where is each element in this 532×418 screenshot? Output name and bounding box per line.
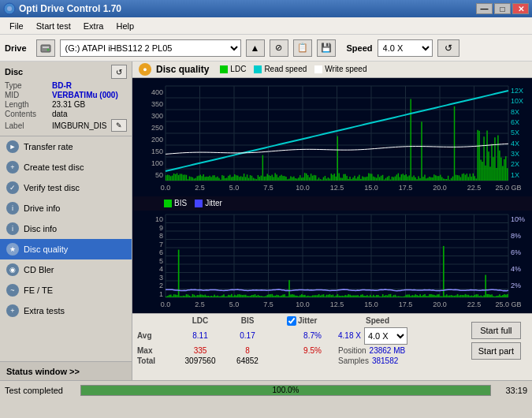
save-button[interactable]: 💾	[317, 39, 336, 57]
start-full-button[interactable]: Start full	[471, 322, 521, 339]
sidebar-item-transfer-rate[interactable]: ► Transfer rate	[0, 136, 132, 157]
position-row: Position 23862 MB	[338, 346, 417, 355]
legend-bis-label: BIS	[174, 199, 187, 207]
start-part-button[interactable]: Start part	[471, 342, 521, 360]
disc-label-label: Label	[5, 121, 52, 130]
samples-value: 381582	[372, 356, 398, 365]
legend-read-speed: Read speed	[254, 65, 307, 73]
speed-select[interactable]: 4.0 X	[378, 39, 433, 57]
avg-speed-row: 4.18 X 4.0 X	[338, 327, 417, 345]
stats-table: LDC BIS Jitter Speed Avg	[137, 316, 465, 365]
status-window-label: Status window >>	[6, 367, 80, 376]
disc-panel: Disc ↺ Type BD-R MID VERBATIMu (000) Len…	[0, 62, 132, 136]
sidebar-item-disc-quality-label: Disc quality	[24, 244, 68, 254]
drive-select[interactable]: (G:) ATAPI iHBS112 2 PL05	[60, 39, 241, 57]
stats-max-row: Max 335 8 9.5% Position 23862 MB	[137, 346, 465, 355]
max-jitter: 9.5%	[287, 346, 338, 355]
label-edit-button[interactable]: ✎	[111, 119, 127, 132]
disc-type-label: Type	[5, 81, 52, 90]
sidebar-item-create-test-disc[interactable]: + Create test disc	[0, 157, 132, 177]
disc-contents-row: Contents data	[5, 110, 127, 118]
sidebar-item-transfer-rate-label: Transfer rate	[24, 142, 73, 151]
drive-label: Drive	[5, 43, 27, 53]
sidebar-item-disc-info-label: Disc info	[24, 224, 57, 233]
avg-jitter: 8.7%	[287, 331, 338, 340]
ldc-header: LDC	[177, 316, 224, 325]
sidebar-item-disc-quality[interactable]: ★ Disc quality	[0, 239, 132, 259]
disc-length-label: Length	[5, 100, 52, 109]
legend-read-speed-label: Read speed	[264, 65, 307, 73]
stats-header-row: LDC BIS Jitter Speed	[137, 316, 465, 326]
legend-jitter: Jitter	[195, 199, 222, 207]
disc-quality-title: Disc quality	[156, 64, 209, 75]
stats-speed-select[interactable]: 4.0 X	[364, 327, 407, 345]
stats-total-row: Total 3097560 64852 Samples 381582	[137, 356, 465, 365]
sidebar-item-fe-te-label: FE / TE	[24, 286, 53, 295]
sidebar-item-cd-bler[interactable]: ◉ CD Bler	[0, 259, 132, 280]
menu-file[interactable]: File	[3, 20, 30, 32]
drive-info-icon: i	[6, 202, 19, 215]
sidebar-item-verify-test-disc[interactable]: ✓ Verify test disc	[0, 177, 132, 198]
status-window-button[interactable]: Status window >>	[0, 361, 132, 380]
disc-info-icon: i	[6, 222, 19, 235]
progress-label: Test completed	[5, 386, 76, 395]
legend-jitter-label: Jitter	[205, 199, 222, 207]
disc-quality-icon: ★	[6, 243, 19, 256]
sidebar-item-extra-tests[interactable]: + Extra tests	[0, 300, 132, 321]
title-bar: Opti Drive Control 1.70 — □ ✕	[0, 0, 532, 17]
drive-bar: Drive (G:) ATAPI iHBS112 2 PL05 ▲ ⊘ 📋 💾 …	[0, 35, 532, 62]
disc-mid-label: MID	[5, 91, 52, 99]
start-buttons: Start full Start part	[465, 319, 527, 363]
sidebar-item-disc-info[interactable]: i Disc info	[0, 218, 132, 239]
disc-contents-value: data	[52, 110, 67, 118]
maximize-button[interactable]: □	[494, 3, 511, 14]
speed-label: Speed	[347, 43, 373, 53]
read-speed-color	[254, 65, 262, 73]
jitter-checkbox[interactable]	[287, 316, 296, 326]
sidebar-item-create-test-disc-label: Create test disc	[24, 162, 84, 172]
total-ldc: 3097560	[177, 356, 224, 365]
eject-button[interactable]: ▲	[246, 39, 265, 57]
sidebar-item-drive-info-label: Drive info	[24, 203, 60, 213]
menu-start-test[interactable]: Start test	[30, 20, 77, 32]
stats-avg-row: Avg 8.11 0.17 8.7% 4.18 X 4.0 X	[137, 327, 465, 345]
main-content: Disc ↺ Type BD-R MID VERBATIMu (000) Len…	[0, 62, 532, 380]
svg-rect-2	[41, 45, 50, 52]
cd-bler-icon: ◉	[6, 263, 19, 276]
fe-te-icon: ~	[6, 284, 19, 297]
erase-button[interactable]: ⊘	[270, 39, 288, 57]
disc-type-value: BD-R	[52, 81, 72, 90]
bis-header: BIS	[224, 316, 271, 325]
app-icon	[3, 2, 16, 15]
top-chart-area	[132, 78, 532, 196]
sidebar-item-drive-info[interactable]: i Drive info	[0, 198, 132, 218]
minimize-button[interactable]: —	[476, 3, 493, 14]
menu-help[interactable]: Help	[110, 20, 140, 32]
stats-content: LDC BIS Jitter Speed Avg	[137, 316, 527, 365]
close-button[interactable]: ✕	[512, 3, 529, 14]
avg-label: Avg	[137, 331, 177, 340]
avg-ldc: 8.11	[177, 331, 224, 340]
stats-bar: LDC BIS Jitter Speed Avg	[132, 313, 532, 380]
disc-quality-header: ● Disc quality LDC Read speed Write spee…	[132, 62, 532, 78]
position-label: Position	[338, 346, 366, 355]
chart-legend: LDC Read speed Write speed	[220, 65, 366, 73]
disc-refresh-button[interactable]: ↺	[111, 65, 127, 79]
nav-items: ► Transfer rate + Create test disc ✓ Ver…	[0, 136, 132, 361]
avg-bis: 0.17	[224, 331, 271, 340]
menu-extra[interactable]: Extra	[77, 20, 110, 32]
app-title: Opti Drive Control 1.70	[19, 3, 476, 14]
speed-refresh-button[interactable]: ↺	[437, 39, 459, 57]
sidebar-item-fe-te[interactable]: ~ FE / TE	[0, 280, 132, 300]
position-value: 23862 MB	[370, 346, 406, 355]
disc-length-row: Length 23.31 GB	[5, 100, 127, 109]
create-test-disc-icon: +	[6, 161, 19, 174]
progress-bar-area: Test completed 100.0% 33:19	[0, 380, 532, 399]
legend-bis: BIS	[164, 199, 187, 207]
copy-button[interactable]: 📋	[293, 39, 312, 57]
sidebar: Disc ↺ Type BD-R MID VERBATIMu (000) Len…	[0, 62, 132, 380]
bottom-chart-header: BIS Jitter	[132, 196, 532, 211]
legend-write-speed-label: Write speed	[325, 65, 366, 73]
max-bis: 8	[224, 346, 271, 355]
charts-and-stats: BIS Jitter	[132, 78, 532, 313]
